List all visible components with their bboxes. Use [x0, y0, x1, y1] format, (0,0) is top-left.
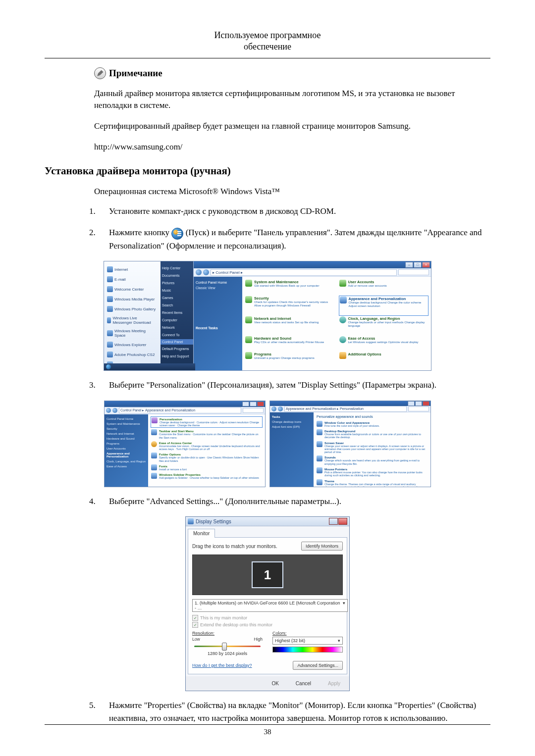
address-field[interactable]: Control Panel ▸ Appearance and Personali… — [119, 407, 241, 413]
advanced-settings-button[interactable]: Advanced Settings... — [293, 661, 343, 670]
forward-button-icon[interactable] — [278, 406, 283, 411]
sidebar-link[interactable]: Clock, Language, and Region — [107, 459, 146, 464]
resolution-slider[interactable] — [194, 646, 261, 647]
forward-button-icon[interactable] — [112, 408, 117, 413]
search-field[interactable] — [408, 406, 429, 411]
back-button-icon[interactable] — [196, 269, 202, 275]
start-item[interactable]: Windows Explorer — [106, 340, 159, 350]
minimize-button[interactable]: – — [405, 262, 413, 268]
monitor-preview[interactable]: 1 — [192, 554, 343, 595]
sidebar-link[interactable]: Control Panel Home — [196, 280, 240, 285]
appearance-item[interactable]: Taskbar and Start MenuCustomize the Star… — [151, 429, 262, 439]
monitor-dropdown[interactable]: 1. (Multiple Monitors) on NVIDIA GeForce… — [192, 599, 348, 612]
cp-category[interactable]: Additional Options — [339, 352, 428, 367]
cp-category[interactable]: SecurityCheck for updates Check this com… — [245, 296, 334, 316]
personalization-item[interactable]: ThemeChange the theme. Themes can change… — [317, 479, 428, 487]
maximize-button[interactable] — [415, 401, 422, 406]
start-right-item-control-panel[interactable]: Control Panel — [160, 339, 193, 345]
start-item[interactable]: E-mail — [106, 274, 159, 284]
item-personalization[interactable]: PersonalizationChange desktop background… — [151, 417, 262, 428]
cp-category[interactable]: Network and InternetView network status … — [245, 316, 334, 335]
monitor-tab[interactable]: Monitor — [188, 529, 215, 538]
start-right-item[interactable]: Computer — [162, 316, 192, 324]
start-right-item[interactable]: Connect To — [162, 331, 192, 339]
monitor-icon[interactable]: 1 — [252, 561, 283, 588]
start-right-item[interactable]: Help and Support — [162, 353, 192, 360]
cp-category[interactable]: Hardware and SoundPlay CDs or other medi… — [245, 336, 334, 352]
identify-monitors-button[interactable]: Identify Monitors — [301, 542, 343, 551]
cancel-button[interactable]: Cancel — [289, 679, 318, 688]
cp-category[interactable]: Ease of AccessLet Windows suggest settin… — [339, 336, 428, 352]
start-orb-icon[interactable] — [106, 364, 111, 369]
sidebar-link[interactable]: Classic View — [196, 285, 240, 291]
start-menu-left: Internet E-mail Welcome Center Windows M… — [104, 261, 160, 370]
start-item[interactable]: Adobe Photoshop CS2 — [106, 350, 159, 359]
start-right-item[interactable]: Search — [162, 302, 192, 309]
slider-thumb[interactable] — [222, 643, 227, 651]
sidebar-link[interactable]: Adjust font size (DPI) — [272, 424, 312, 429]
cp-category[interactable]: User AccountsAdd or remove user accounts — [339, 280, 428, 295]
start-item[interactable]: Welcome Center — [106, 284, 159, 294]
start-right-item[interactable]: Help Center — [162, 264, 192, 272]
cp-category-appearance[interactable]: Appearance and PersonalizationChange des… — [339, 296, 428, 316]
start-item[interactable]: Windows Live Messenger Download — [106, 314, 159, 327]
sidebar-link[interactable]: Change desktop icons — [272, 419, 312, 424]
appearance-item[interactable]: FontsInstall or remove a font — [151, 464, 262, 471]
close-button[interactable]: × — [422, 262, 430, 268]
item-sub: Customize the Start menu · Customize ico… — [159, 433, 262, 439]
search-field[interactable] — [243, 408, 264, 413]
personalization-item[interactable]: Screen SaverChange your screen saver or … — [317, 441, 428, 454]
sidebar-link[interactable]: User Accounts — [107, 446, 146, 451]
cp-category[interactable]: ProgramsUninstall a program Change start… — [245, 352, 334, 367]
personalization-item[interactable]: Desktop BackgroundChoose from available … — [317, 429, 428, 439]
back-button-icon[interactable] — [106, 408, 111, 413]
help-link[interactable]: How do I get the best display? — [192, 663, 252, 668]
step-number: 5. — [89, 699, 99, 724]
start-right-item[interactable]: Network — [162, 324, 192, 331]
start-right-item[interactable]: Default Programs — [162, 345, 192, 353]
close-button[interactable] — [338, 518, 347, 525]
minimize-button[interactable] — [242, 402, 249, 406]
start-item[interactable]: Windows Meeting Space — [106, 327, 159, 340]
forward-button-icon[interactable] — [203, 269, 209, 275]
sidebar-link[interactable]: Control Panel Home — [107, 416, 146, 421]
colors-dropdown[interactable]: Highest (32 bit) — [272, 637, 343, 645]
start-right-item[interactable]: Pictures — [162, 279, 192, 287]
start-right-item[interactable]: Documents — [162, 272, 192, 279]
close-button[interactable] — [257, 402, 264, 406]
start-item[interactable]: Windows Photo Gallery — [106, 304, 159, 314]
start-right-item[interactable]: Music — [162, 287, 192, 294]
address-field[interactable]: Appearance and Personalization ▸ Persona… — [284, 406, 407, 412]
help-button[interactable] — [329, 518, 338, 525]
address-field[interactable]: ▸ Control Panel ▸ — [211, 269, 397, 276]
step-text: Нажмите "Properties" (Свойства) на вклад… — [109, 699, 490, 724]
personalization-item[interactable]: Mouse PointersPick a different mouse poi… — [317, 467, 428, 477]
start-right-item[interactable]: Recent Items — [162, 309, 192, 316]
start-item[interactable]: Windows Media Player — [106, 294, 159, 304]
cp-category[interactable]: System and MaintenanceGet started with W… — [245, 280, 334, 295]
minimize-button[interactable] — [408, 401, 415, 406]
sidebar-link[interactable]: Network and Internet — [107, 431, 146, 436]
close-button[interactable] — [423, 401, 429, 406]
personalization-item[interactable]: SoundsChange which sounds are heard when… — [317, 455, 428, 465]
appearance-item[interactable]: Windows Sidebar PropertiesAdd gadgets to… — [151, 473, 262, 479]
back-button-icon[interactable] — [271, 406, 276, 411]
cp-category[interactable]: Clock, Language, and RegionChange keyboa… — [339, 316, 428, 335]
personalization-item[interactable]: Window Color and AppearanceFine tune the… — [317, 421, 428, 427]
start-right-item[interactable]: Games — [162, 294, 192, 302]
step-4: 4. Выберите "Advanced Settings..." (Допо… — [89, 495, 490, 508]
sidebar-link[interactable]: Security — [107, 426, 146, 431]
sidebar-link[interactable]: System and Maintenance — [107, 421, 146, 426]
sidebar-link[interactable]: Ease of Access — [107, 464, 146, 469]
sidebar-link[interactable]: Hardware and Sound — [107, 436, 146, 441]
start-item[interactable]: Internet — [106, 264, 159, 274]
colors-group: Colors: Highest (32 bit) — [272, 631, 343, 656]
search-field[interactable] — [398, 269, 429, 275]
ok-button[interactable]: OK — [265, 679, 285, 688]
sidebar-link-active[interactable]: Appearance and Personalization — [107, 451, 146, 459]
appearance-item[interactable]: Ease of Access CenterAccommodate low vis… — [151, 441, 262, 451]
maximize-button[interactable] — [250, 402, 257, 406]
appearance-item[interactable]: Folder OptionsSpecify single- or double-… — [151, 453, 262, 462]
maximize-button[interactable]: □ — [414, 262, 422, 268]
sidebar-link[interactable]: Programs — [107, 441, 146, 446]
